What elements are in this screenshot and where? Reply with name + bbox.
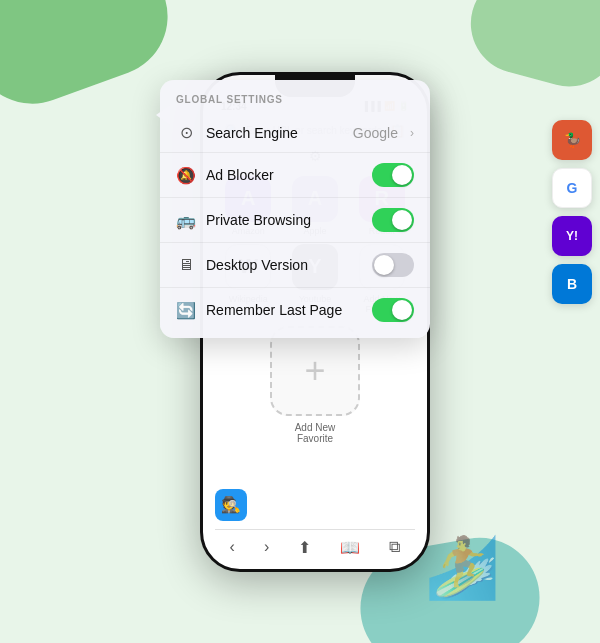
tabs-button[interactable]: ⧉: [389, 538, 400, 556]
remember-last-page-icon: 🔄: [176, 301, 196, 320]
private-browsing-icon: 🚌: [176, 211, 196, 230]
add-new-box-icon: +: [270, 326, 360, 416]
right-icon-yahoo[interactable]: Y!: [552, 216, 592, 256]
bottom-bar: ‹ › ⬆ 📖 ⧉: [215, 529, 415, 569]
google-symbol: G: [567, 180, 578, 196]
remember-last-page-label: Remember Last Page: [206, 302, 362, 318]
search-engine-icon: ⊙: [176, 123, 196, 142]
settings-item-search-engine[interactable]: ⊙ Search Engine Google ›: [160, 113, 430, 153]
incognito-badge[interactable]: 🕵: [215, 489, 247, 521]
right-icon-google[interactable]: G: [552, 168, 592, 208]
private-browsing-toggle[interactable]: [372, 208, 414, 232]
add-new-large-label: Add NewFavorite: [295, 422, 336, 444]
desktop-version-label: Desktop Version: [206, 257, 362, 273]
watermark-logo: 🏄: [425, 532, 500, 603]
forward-button[interactable]: ›: [264, 538, 269, 556]
yahoo-symbol: Y!: [566, 229, 578, 243]
remember-last-page-toggle[interactable]: [372, 298, 414, 322]
add-new-large[interactable]: + Add NewFavorite: [270, 326, 360, 444]
remember-last-page-toggle-knob: [392, 300, 412, 320]
back-button[interactable]: ‹: [230, 538, 235, 556]
settings-item-ad-blocker[interactable]: 🔕 Ad Blocker: [160, 153, 430, 198]
bg-blob-top-left: [0, 0, 184, 121]
search-engine-value: Google: [353, 125, 398, 141]
bookmarks-button[interactable]: 📖: [340, 538, 360, 557]
desktop-version-toggle[interactable]: [372, 253, 414, 277]
desktop-version-icon: 🖥: [176, 256, 196, 274]
right-icons-panel: 🦆 G Y! B: [552, 120, 592, 304]
duckduckgo-symbol: 🦆: [564, 132, 581, 148]
private-browsing-label: Private Browsing: [206, 212, 362, 228]
search-engine-label: Search Engine: [206, 125, 343, 141]
settings-item-desktop-version[interactable]: 🖥 Desktop Version: [160, 243, 430, 288]
settings-arrow-pointer: [156, 105, 170, 125]
settings-item-private-browsing[interactable]: 🚌 Private Browsing: [160, 198, 430, 243]
settings-panel: GLOBAL SETTINGS ⊙ Search Engine Google ›…: [160, 80, 430, 338]
share-button[interactable]: ⬆: [298, 538, 311, 557]
desktop-version-toggle-knob: [374, 255, 394, 275]
ad-blocker-icon: 🔕: [176, 166, 196, 185]
right-icon-duckduckgo[interactable]: 🦆: [552, 120, 592, 160]
search-engine-arrow: ›: [410, 126, 414, 140]
bg-blob-top-right: [460, 0, 600, 98]
bing-symbol: B: [567, 276, 577, 292]
right-icon-bing[interactable]: B: [552, 264, 592, 304]
private-browsing-toggle-knob: [392, 210, 412, 230]
ad-blocker-toggle-knob: [392, 165, 412, 185]
ad-blocker-label: Ad Blocker: [206, 167, 362, 183]
settings-item-remember-last-page[interactable]: 🔄 Remember Last Page: [160, 288, 430, 332]
ad-blocker-toggle[interactable]: [372, 163, 414, 187]
settings-panel-title: GLOBAL SETTINGS: [160, 94, 430, 113]
